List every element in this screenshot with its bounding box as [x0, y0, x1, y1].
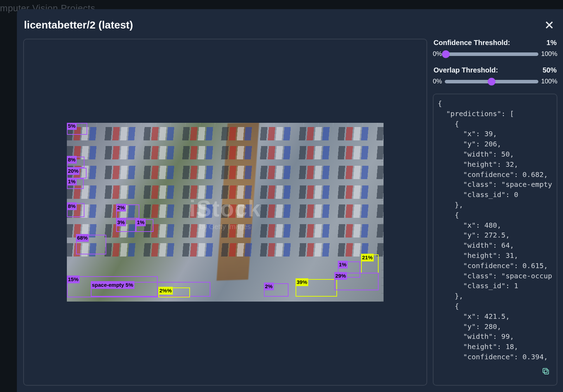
- detection-label: 15%: [67, 276, 80, 283]
- confidence-row: Confidence Threshold: 1%: [433, 39, 557, 47]
- copy-icon: [542, 367, 550, 375]
- controls-panel: Confidence Threshold: 1% 0% 100% Overlap…: [433, 39, 557, 386]
- detection-label: 1%: [67, 178, 77, 185]
- overlap-label: Overlap Threshold:: [434, 66, 498, 74]
- overlap-max: 100%: [541, 78, 557, 85]
- detection-label: 1%: [136, 219, 146, 226]
- overlap-thumb[interactable]: [488, 78, 495, 86]
- detection-label: 1%: [338, 261, 348, 268]
- car-row: [67, 243, 384, 257]
- modal-title: licentabetter/2 (latest): [24, 19, 133, 31]
- overlap-min: 0%: [433, 78, 442, 85]
- overlap-value: 50%: [543, 66, 557, 74]
- close-button[interactable]: [542, 18, 557, 32]
- car-row: [67, 204, 384, 218]
- modal-body: iStock by Getty Images 5%8%20%1%8%2%3%1%…: [23, 39, 557, 386]
- preview-panel: iStock by Getty Images 5%8%20%1%8%2%3%1%…: [23, 39, 427, 386]
- inference-modal: licentabetter/2 (latest) iStock by Getty…: [17, 9, 563, 392]
- image-watermark-sub: by Getty Images: [200, 222, 251, 230]
- car-row: [67, 185, 384, 199]
- detection-label: space-empty 5%: [91, 281, 134, 289]
- car-row: [67, 127, 384, 140]
- detection-label: 29%: [334, 272, 347, 280]
- detection-label: 8%: [67, 156, 77, 164]
- json-text: { "predictions": [ { "x": 39, "y": 206, …: [438, 99, 552, 361]
- overlap-row: Overlap Threshold: 50%: [433, 66, 557, 74]
- detection-label: 20%: [67, 167, 80, 175]
- svg-rect-0: [544, 370, 549, 374]
- modal-header: licentabetter/2 (latest): [23, 15, 557, 39]
- overlap-slider-wrap: 0% 100%: [433, 78, 557, 85]
- detection-label: 39%: [296, 278, 308, 286]
- detection-image: iStock by Getty Images 5%8%20%1%8%2%3%1%…: [67, 123, 384, 302]
- svg-rect-1: [543, 368, 547, 373]
- car-row: [67, 166, 384, 179]
- detection-label: 2%%: [158, 287, 173, 295]
- confidence-slider-wrap: 0% 100%: [433, 50, 557, 58]
- detection-label: 2%: [116, 204, 126, 211]
- detection-label: 3%: [116, 219, 126, 226]
- confidence-slider[interactable]: [445, 52, 538, 56]
- detection-label: 5%: [67, 123, 77, 130]
- confidence-value: 1%: [546, 39, 557, 47]
- copy-button[interactable]: [540, 365, 552, 377]
- car-row: [67, 146, 384, 159]
- json-output-panel[interactable]: { "predictions": [ { "x": 39, "y": 206, …: [433, 94, 557, 386]
- detection-label: 68%: [76, 234, 89, 242]
- overlap-slider[interactable]: [445, 80, 538, 83]
- confidence-max: 100%: [541, 50, 557, 58]
- confidence-min: 0%: [433, 50, 442, 58]
- detection-label: 21%: [361, 254, 374, 261]
- close-icon: [544, 20, 555, 30]
- confidence-label: Confidence Threshold:: [434, 39, 510, 47]
- confidence-thumb[interactable]: [442, 50, 450, 58]
- detection-label: 2%: [264, 283, 274, 290]
- detection-label: 8%: [67, 202, 77, 210]
